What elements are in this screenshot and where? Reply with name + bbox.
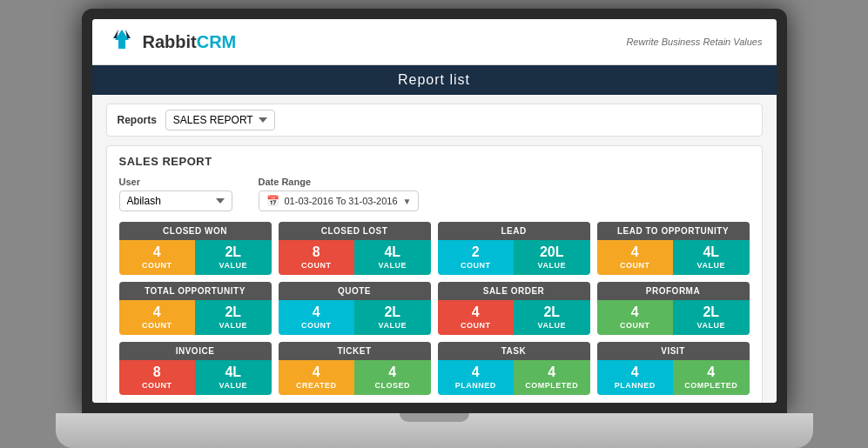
cell-label: VALUE <box>538 261 566 270</box>
card-header: LEAD TO OPPORTUNITY <box>597 222 750 240</box>
card-cell: 20LVALUE <box>514 240 590 275</box>
cards-grid: CLOSED WON4COUNT2LVALUECLOSED LOST8COUNT… <box>119 222 750 395</box>
cell-value: 2L <box>384 305 400 319</box>
cell-value: 4 <box>631 245 639 259</box>
card-header: TICKET <box>279 342 431 360</box>
card-body: 4COUNT2LVALUE <box>279 300 431 335</box>
card-cell: 4LVALUE <box>673 240 750 275</box>
card-body: 8COUNT4LVALUE <box>119 360 272 395</box>
cell-value: 2L <box>703 305 719 319</box>
card-cell: 4CREATED <box>279 360 355 395</box>
cell-value: 2L <box>225 245 241 259</box>
cell-label: COUNT <box>620 321 650 330</box>
cell-label: VALUE <box>379 261 407 270</box>
card-cell: 2LVALUE <box>195 240 272 275</box>
card-cell: 2LVALUE <box>673 300 750 335</box>
logo-icon <box>106 26 138 57</box>
laptop-notch <box>400 413 469 422</box>
card-header: TASK <box>438 342 590 360</box>
report-section: SALES REPORT User Abilash Date Range 📅 <box>106 145 763 403</box>
cell-value: 4 <box>313 365 320 379</box>
card-body: 4PLANNED4COMPLETED <box>597 360 750 395</box>
cell-label: CREATED <box>296 381 336 390</box>
cell-value: 20L <box>540 245 564 259</box>
card-cell: 2LVALUE <box>354 300 431 335</box>
card-body: 4COUNT2LVALUE <box>119 240 272 275</box>
report-card: QUOTE4COUNT2LVALUE <box>279 282 431 335</box>
logo-text: RabbitCRM <box>143 32 237 52</box>
card-cell: 4COUNT <box>597 300 674 335</box>
date-range-label: Date Range <box>259 177 420 187</box>
cell-value: 4L <box>225 365 241 379</box>
card-cell: 4COMPLETED <box>673 360 750 395</box>
card-cell: 4COUNT <box>119 240 196 275</box>
report-filter-row: User Abilash Date Range 📅 01-03-2016 To … <box>119 177 750 211</box>
card-body: 8COUNT4LVALUE <box>279 240 431 275</box>
cell-value: 4 <box>472 305 480 319</box>
card-body: 4COUNT2LVALUE <box>438 300 590 335</box>
cell-value: 4L <box>703 245 719 259</box>
calendar-icon: 📅 <box>266 195 279 207</box>
logo-rabbit: Rabbit <box>143 32 197 51</box>
cell-label: COUNT <box>461 321 491 330</box>
cell-label: VALUE <box>538 321 566 330</box>
cell-value: 2L <box>225 305 241 319</box>
date-range-picker[interactable]: 📅 01-03-2016 To 31-03-2016 ▼ <box>259 191 420 211</box>
card-header: PROFORMA <box>597 282 750 300</box>
card-cell: 4LVALUE <box>354 240 431 275</box>
cell-label: VALUE <box>379 321 407 330</box>
laptop-frame: RabbitCRM Rewrite Business Retain Values… <box>56 0 813 448</box>
cell-label: COMPLETED <box>684 381 737 390</box>
report-select[interactable]: SALES REPORT <box>165 110 275 130</box>
card-cell: 4COUNT <box>597 240 674 275</box>
date-range-value: 01-03-2016 To 31-03-2016 <box>285 196 398 206</box>
cell-label: VALUE <box>219 381 247 390</box>
cell-value: 4 <box>153 245 161 259</box>
cell-value: 2L <box>543 305 560 319</box>
cell-label: PLANNED <box>455 381 496 390</box>
date-filter-group: Date Range 📅 01-03-2016 To 31-03-2016 ▼ <box>259 177 420 211</box>
card-cell: 2LVALUE <box>195 300 272 335</box>
cell-value: 4 <box>707 365 715 379</box>
card-cell: 4COMPLETED <box>514 360 590 395</box>
report-card: TICKET4CREATED4CLOSED <box>279 342 431 395</box>
reports-label: Reports <box>118 114 157 126</box>
cell-label: COUNT <box>142 321 172 330</box>
report-card: LEAD TO OPPORTUNITY4COUNT4LVALUE <box>597 222 750 275</box>
cell-label: COUNT <box>620 261 650 270</box>
user-label: User <box>119 177 232 187</box>
report-card: TOTAL OPPORTUNITY4COUNT2LVALUE <box>119 282 272 335</box>
report-section-title: SALES REPORT <box>119 155 750 168</box>
card-cell: 8COUNT <box>279 240 355 275</box>
cell-value: 4 <box>313 305 320 319</box>
cell-label: COUNT <box>142 261 172 270</box>
cell-value: 2 <box>472 245 480 259</box>
cell-label: COMPLETED <box>525 381 578 390</box>
cell-label: COUNT <box>301 321 332 330</box>
cell-value: 8 <box>153 365 161 379</box>
card-header: CLOSED LOST <box>279 222 431 240</box>
card-header: CLOSED WON <box>119 222 272 240</box>
card-cell: 2COUNT <box>438 240 515 275</box>
card-cell: 4COUNT <box>119 300 196 335</box>
user-select[interactable]: Abilash <box>119 191 232 211</box>
card-cell: 2LVALUE <box>514 300 590 335</box>
cell-label: COUNT <box>142 381 172 390</box>
cell-label: PLANNED <box>615 381 656 390</box>
card-body: 4PLANNED4COMPLETED <box>438 360 590 395</box>
user-filter-group: User Abilash <box>119 177 232 211</box>
card-body: 2COUNT20LVALUE <box>438 240 590 275</box>
cell-label: COUNT <box>461 261 491 270</box>
cell-value: 8 <box>313 245 320 259</box>
report-card: VISIT4PLANNED4COMPLETED <box>597 342 750 395</box>
cell-value: 4 <box>388 365 396 379</box>
card-cell: 4PLANNED <box>438 360 515 395</box>
card-header: SALE ORDER <box>438 282 590 300</box>
card-body: 4COUNT4LVALUE <box>597 240 750 275</box>
laptop-body: RabbitCRM Rewrite Business Retain Values… <box>82 9 787 413</box>
logo-crm: CRM <box>197 32 237 51</box>
page-header: Report list <box>92 65 777 95</box>
card-cell: 4COUNT <box>279 300 355 335</box>
card-header: INVOICE <box>119 342 272 360</box>
screen: RabbitCRM Rewrite Business Retain Values… <box>92 19 777 403</box>
